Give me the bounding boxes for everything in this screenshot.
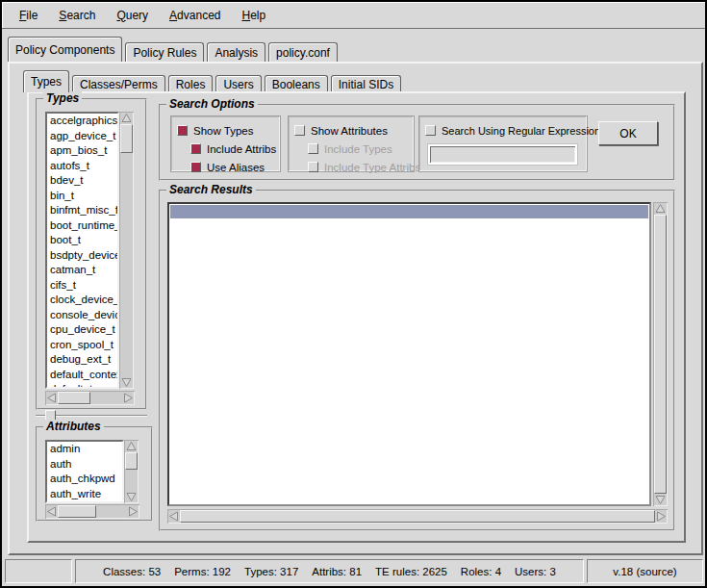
attribute-list-item[interactable]: auth	[47, 457, 122, 473]
scrollbar-trough[interactable]	[124, 452, 139, 491]
scrollbar-thumb[interactable]	[180, 510, 655, 523]
tab-policy-conf[interactable]: policy.conf	[268, 42, 338, 62]
type-list-item[interactable]: boot_runtime_t	[47, 218, 117, 234]
include-types-checkbox: Include Types	[308, 140, 408, 158]
show-attributes-group: Show Attributes Include Types Include Ty…	[288, 115, 415, 172]
menu-query[interactable]: Query	[109, 7, 156, 24]
types-horizontal-scrollbar[interactable]	[45, 391, 135, 405]
scrollbar-trough[interactable]	[653, 215, 668, 494]
scrollbar-thumb[interactable]	[58, 505, 96, 518]
checkbox-label: Include Type Attribs	[324, 162, 420, 173]
type-list-item[interactable]: binfmt_misc_fs	[47, 203, 117, 218]
checkbox-indicator[interactable]	[177, 125, 188, 136]
attributes-horizontal-scrollbar[interactable]	[45, 504, 139, 519]
tab-initial-sids[interactable]: Initial SIDs	[331, 75, 401, 92]
results-textarea[interactable]	[167, 202, 651, 506]
attribute-list-item[interactable]: auth_write	[47, 487, 122, 502]
sub-tab-bar: Types Classes/Perms Roles Users Booleans…	[23, 70, 404, 92]
type-list-item[interactable]: boot_t	[47, 233, 117, 248]
attribute-list-item[interactable]: admin	[47, 442, 122, 457]
scroll-up-icon[interactable]	[124, 440, 139, 452]
scroll-left-icon[interactable]	[45, 391, 58, 405]
scroll-up-icon[interactable]	[119, 112, 134, 124]
selection-highlight	[170, 205, 648, 218]
show-types-checkbox[interactable]: Show Types	[177, 121, 274, 140]
type-list-item[interactable]: bdev_t	[47, 173, 117, 189]
type-list-item[interactable]: console_device	[47, 308, 117, 323]
scroll-up-icon[interactable]	[653, 202, 668, 215]
type-list-item[interactable]: clock_device_t	[47, 293, 117, 308]
include-type-attribs-checkbox: Include Type Attribs	[308, 158, 408, 176]
attributes-groupbox: Attributes adminauthauth_chkpwdauth_writ…	[36, 426, 153, 522]
scrollbar-trough[interactable]	[119, 124, 134, 376]
scroll-right-icon[interactable]	[127, 504, 139, 519]
scroll-left-icon[interactable]	[45, 504, 58, 519]
checkbox-indicator[interactable]	[425, 125, 436, 136]
checkbox-indicator[interactable]	[190, 162, 201, 172]
tab-analysis[interactable]: Analysis	[207, 42, 265, 62]
tab-policy-rules[interactable]: Policy Rules	[125, 42, 204, 62]
use-aliases-checkbox[interactable]: Use Aliases	[190, 158, 274, 176]
type-list-item[interactable]: agp_device_t	[47, 129, 117, 144]
scroll-right-icon[interactable]	[655, 509, 668, 524]
policy-components-page: Types Classes/Perms Roles Users Booleans…	[8, 62, 703, 555]
scrollbar-trough[interactable]	[58, 391, 122, 405]
checkbox-label: Search Using Regular Expression	[442, 125, 600, 137]
type-list-item[interactable]: cron_spool_t	[47, 338, 117, 353]
type-list-item[interactable]: autofs_t	[47, 159, 117, 174]
scroll-down-icon[interactable]	[653, 494, 668, 506]
type-list-item[interactable]: catman_t	[47, 263, 117, 278]
checkbox-indicator[interactable]	[294, 125, 305, 136]
tab-types[interactable]: Types	[23, 70, 69, 92]
scroll-left-icon[interactable]	[167, 509, 180, 524]
scrollbar-thumb[interactable]	[120, 124, 133, 153]
tab-policy-components[interactable]: Policy Components	[8, 37, 122, 62]
show-attributes-checkbox[interactable]: Show Attributes	[294, 121, 408, 140]
checkbox-indicator[interactable]	[190, 143, 201, 154]
checkbox-label: Include Types	[324, 143, 392, 155]
type-list-item[interactable]: accelgraphics_e	[47, 114, 117, 129]
status-stat: Classes: 53	[103, 566, 161, 577]
regex-checkbox[interactable]: Search Using Regular Expression	[425, 121, 581, 140]
scroll-down-icon[interactable]	[124, 491, 139, 503]
checkbox-label: Show Types	[193, 125, 253, 137]
type-list-item[interactable]: default_context	[47, 368, 117, 383]
include-attribs-checkbox[interactable]: Include Attribs	[190, 140, 274, 158]
status-stat: Users: 3	[515, 566, 556, 577]
results-vertical-scrollbar[interactable]	[653, 202, 668, 506]
tab-booleans[interactable]: Booleans	[265, 75, 328, 92]
scrollbar-trough[interactable]	[180, 509, 655, 524]
tab-roles[interactable]: Roles	[168, 75, 214, 92]
status-stat: TE rules: 2625	[375, 566, 447, 577]
types-vertical-scrollbar[interactable]	[119, 112, 134, 389]
menu-advanced[interactable]: Advanced	[162, 7, 228, 24]
attribute-list-item[interactable]: auth_chkpwd	[47, 472, 122, 487]
scrollbar-thumb[interactable]	[125, 452, 138, 470]
tab-classes-perms[interactable]: Classes/Perms	[72, 75, 165, 92]
ok-button[interactable]: OK	[598, 121, 658, 145]
status-stat: Types: 317	[244, 566, 298, 577]
scrollbar-thumb[interactable]	[58, 392, 90, 404]
regex-input[interactable]	[428, 144, 577, 165]
attributes-listbox[interactable]: adminauthauth_chkpwdauth_write	[45, 440, 124, 503]
menu-search[interactable]: Search	[51, 7, 103, 24]
scrollbar-trough[interactable]	[58, 504, 127, 519]
type-list-item[interactable]: apm_bios_t	[47, 143, 117, 159]
results-horizontal-scrollbar[interactable]	[167, 509, 668, 524]
checkbox-indicator	[308, 162, 318, 172]
checkbox-indicator	[308, 143, 318, 154]
scroll-right-icon[interactable]	[122, 391, 135, 405]
type-list-item[interactable]: debug_ext_t	[47, 352, 117, 368]
types-listbox[interactable]: accelgraphics_eagp_device_tapm_bios_taut…	[45, 112, 119, 389]
type-list-item[interactable]: bsdpty_device_	[47, 248, 117, 264]
type-list-item[interactable]: cifs_t	[47, 278, 117, 294]
scroll-down-icon[interactable]	[119, 376, 134, 389]
type-list-item[interactable]: cpu_device_t	[47, 322, 117, 338]
menu-help[interactable]: Help	[234, 7, 273, 24]
attributes-vertical-scrollbar[interactable]	[124, 440, 139, 503]
tab-users[interactable]: Users	[215, 75, 261, 92]
type-list-item[interactable]: bin_t	[47, 189, 117, 204]
menu-file[interactable]: File	[12, 7, 45, 24]
type-list-item[interactable]: default_t	[47, 382, 117, 389]
scrollbar-thumb[interactable]	[654, 215, 667, 494]
